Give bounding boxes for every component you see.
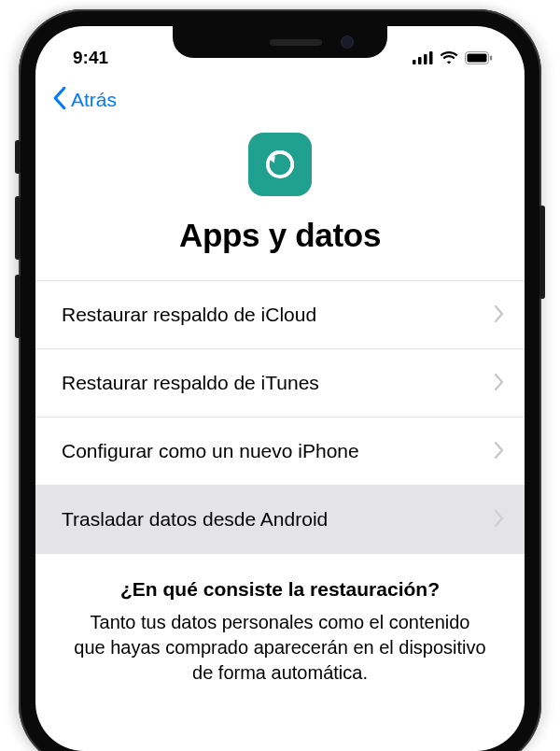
status-time: 9:41 bbox=[73, 48, 108, 68]
notch bbox=[173, 26, 387, 58]
setup-new-iphone-option[interactable]: Configurar como un nuevo iPhone bbox=[35, 418, 525, 486]
svg-rect-2 bbox=[424, 54, 427, 64]
battery-icon bbox=[465, 51, 493, 64]
menu-item-label: Trasladar datos desde Android bbox=[62, 508, 328, 531]
info-text: Tanto tus datos personales como el conte… bbox=[73, 610, 487, 686]
svg-rect-6 bbox=[490, 56, 492, 61]
volume-down-button bbox=[15, 275, 21, 338]
menu-item-label: Restaurar respaldo de iCloud bbox=[62, 304, 316, 326]
restore-icon bbox=[248, 133, 312, 196]
move-from-android-option[interactable]: Trasladar datos desde Android bbox=[35, 486, 525, 554]
chevron-right-icon bbox=[495, 506, 504, 532]
restore-icloud-option[interactable]: Restaurar respaldo de iCloud bbox=[35, 281, 525, 349]
info-title: ¿En qué consiste la restauración? bbox=[73, 578, 487, 601]
nav-bar: Atrás bbox=[35, 73, 525, 121]
chevron-left-icon[interactable] bbox=[52, 86, 67, 114]
phone-frame: 9:41 bbox=[19, 9, 541, 751]
svg-rect-5 bbox=[468, 54, 487, 63]
page-title: Apps y datos bbox=[179, 217, 381, 254]
speaker-grille bbox=[270, 39, 322, 46]
screen: 9:41 bbox=[35, 26, 525, 751]
status-icons bbox=[413, 51, 493, 64]
front-camera bbox=[341, 35, 354, 49]
power-button bbox=[539, 205, 545, 299]
back-button[interactable]: Atrás bbox=[71, 89, 117, 111]
mute-switch bbox=[15, 140, 21, 174]
cellular-signal-icon bbox=[413, 51, 433, 64]
info-section: ¿En qué consiste la restauración? Tanto … bbox=[35, 554, 525, 710]
volume-up-button bbox=[15, 196, 21, 260]
chevron-right-icon bbox=[495, 302, 504, 328]
hero-section: Apps y datos bbox=[35, 121, 525, 280]
wifi-icon bbox=[440, 51, 458, 64]
restore-options-menu: Restaurar respaldo de iCloud Restaurar r… bbox=[35, 280, 525, 554]
restore-itunes-option[interactable]: Restaurar respaldo de iTunes bbox=[35, 349, 525, 418]
menu-item-label: Restaurar respaldo de iTunes bbox=[62, 372, 319, 394]
chevron-right-icon bbox=[495, 438, 504, 464]
svg-rect-3 bbox=[429, 51, 433, 64]
chevron-right-icon bbox=[495, 370, 504, 396]
svg-rect-1 bbox=[418, 57, 422, 64]
menu-item-label: Configurar como un nuevo iPhone bbox=[62, 440, 359, 462]
svg-rect-0 bbox=[413, 60, 416, 64]
